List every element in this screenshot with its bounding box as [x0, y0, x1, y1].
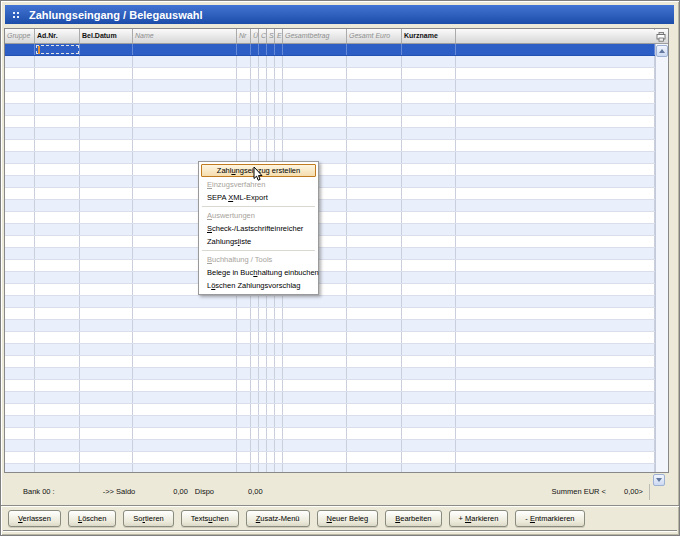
table-cell[interactable]	[283, 428, 347, 439]
table-cell[interactable]	[35, 284, 80, 295]
table-cell[interactable]	[80, 416, 133, 427]
table-cell[interactable]	[133, 356, 237, 367]
table-cell[interactable]	[251, 404, 259, 415]
table-cell[interactable]	[5, 104, 35, 115]
column-header-ü[interactable]: Ü	[251, 29, 259, 43]
table-cell[interactable]	[251, 80, 259, 91]
table-cell[interactable]	[456, 296, 655, 307]
table-cell[interactable]	[237, 56, 251, 67]
table-cell[interactable]	[456, 464, 655, 472]
table-cell[interactable]	[251, 464, 259, 472]
table-row[interactable]	[5, 320, 655, 332]
table-cell[interactable]	[133, 344, 237, 355]
table-cell[interactable]	[283, 104, 347, 115]
table-cell[interactable]	[237, 356, 251, 367]
table-cell[interactable]	[347, 68, 402, 79]
table-cell[interactable]	[35, 140, 80, 151]
table-cell[interactable]	[5, 464, 35, 472]
table-cell[interactable]	[267, 332, 275, 343]
table-cell[interactable]	[347, 296, 402, 307]
table-cell[interactable]	[251, 392, 259, 403]
table-cell[interactable]	[35, 104, 80, 115]
table-cell[interactable]	[267, 440, 275, 451]
table-row[interactable]	[5, 56, 655, 68]
table-row[interactable]	[5, 236, 655, 248]
table-cell[interactable]	[80, 92, 133, 103]
table-cell[interactable]	[456, 272, 655, 283]
table-cell[interactable]	[133, 440, 237, 451]
table-cell[interactable]	[80, 152, 133, 163]
table-cell[interactable]	[347, 356, 402, 367]
table-cell[interactable]	[133, 332, 237, 343]
menu-item[interactable]: SEPA XML-Export	[200, 191, 317, 204]
table-cell[interactable]	[133, 368, 237, 379]
table-cell[interactable]	[275, 440, 283, 451]
table-row[interactable]	[5, 260, 655, 272]
table-cell[interactable]	[259, 440, 267, 451]
table-cell[interactable]	[35, 248, 80, 259]
table-cell[interactable]	[133, 92, 237, 103]
table-cell[interactable]	[283, 308, 347, 319]
table-cell[interactable]	[347, 44, 402, 55]
table-cell[interactable]	[347, 428, 402, 439]
table-cell[interactable]	[5, 440, 35, 451]
table-cell[interactable]	[80, 272, 133, 283]
table-cell[interactable]	[251, 128, 259, 139]
column-header-gesamtbetrag[interactable]: Gesamtbetrag	[283, 29, 347, 43]
table-row[interactable]	[5, 152, 655, 164]
table-cell[interactable]	[5, 164, 35, 175]
table-cell[interactable]	[402, 416, 456, 427]
table-cell[interactable]	[80, 176, 133, 187]
table-cell[interactable]	[402, 344, 456, 355]
table-cell[interactable]	[275, 56, 283, 67]
table-cell[interactable]	[259, 320, 267, 331]
table-cell[interactable]	[5, 128, 35, 139]
table-cell[interactable]	[456, 332, 655, 343]
table-cell[interactable]	[456, 56, 655, 67]
table-cell[interactable]	[251, 428, 259, 439]
table-cell[interactable]	[80, 308, 133, 319]
table-row[interactable]	[5, 80, 655, 92]
table-cell[interactable]	[347, 392, 402, 403]
table-cell[interactable]	[251, 56, 259, 67]
table-cell[interactable]	[347, 164, 402, 175]
table-cell[interactable]	[283, 128, 347, 139]
table-cell[interactable]	[267, 428, 275, 439]
table-cell[interactable]	[347, 140, 402, 151]
table-cell[interactable]	[35, 236, 80, 247]
table-cell[interactable]	[259, 392, 267, 403]
table-cell[interactable]	[251, 380, 259, 391]
column-header-c[interactable]: C	[259, 29, 267, 43]
column-header-gruppe[interactable]: Gruppe	[5, 29, 35, 43]
table-cell[interactable]	[35, 56, 80, 67]
table-cell[interactable]	[275, 320, 283, 331]
table-cell[interactable]	[133, 416, 237, 427]
table-cell[interactable]	[80, 320, 133, 331]
table-cell[interactable]	[133, 320, 237, 331]
table-cell[interactable]	[237, 308, 251, 319]
table-cell[interactable]	[283, 404, 347, 415]
table-cell[interactable]	[80, 296, 133, 307]
table-cell[interactable]	[402, 116, 456, 127]
table-cell[interactable]	[456, 152, 655, 163]
table-cell[interactable]	[347, 116, 402, 127]
table-cell[interactable]	[402, 152, 456, 163]
table-cell[interactable]	[456, 284, 655, 295]
table-cell[interactable]	[35, 392, 80, 403]
table-cell[interactable]	[259, 452, 267, 463]
table-cell[interactable]	[251, 44, 259, 55]
table-cell[interactable]	[347, 152, 402, 163]
table-cell[interactable]	[267, 344, 275, 355]
table-cell[interactable]	[275, 464, 283, 472]
table-cell[interactable]	[275, 80, 283, 91]
table-cell[interactable]	[275, 380, 283, 391]
table-cell[interactable]	[347, 248, 402, 259]
table-cell[interactable]	[456, 356, 655, 367]
table-row[interactable]	[5, 188, 655, 200]
table-cell[interactable]	[80, 284, 133, 295]
table-cell[interactable]	[35, 80, 80, 91]
table-cell[interactable]	[267, 404, 275, 415]
table-row[interactable]	[5, 368, 655, 380]
table-cell[interactable]	[35, 188, 80, 199]
table-cell[interactable]	[133, 104, 237, 115]
